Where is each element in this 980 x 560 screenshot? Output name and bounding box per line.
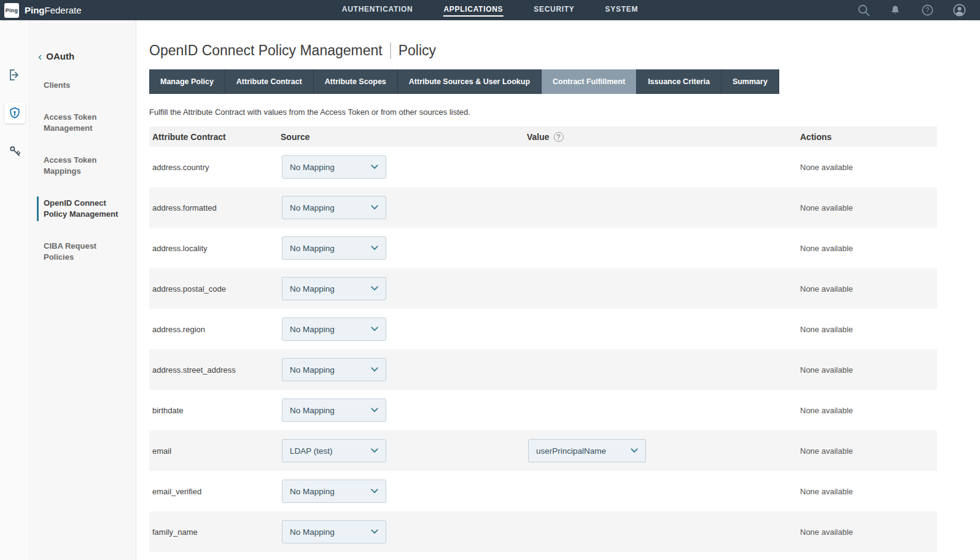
column-header-attribute-contract: Attribute Contract [149,132,281,142]
nav-authentication[interactable]: AUTHENTICATION [341,4,414,17]
oauth-icon[interactable] [4,103,25,123]
attribute-name: address.postal_code [149,284,281,294]
actions-text: None available [800,487,937,496]
actions-text: None available [800,406,937,415]
attribute-name: email_verified [149,487,281,496]
actions-text: None available [800,365,937,375]
table-row: address.postal_code No Mapping None avai… [149,268,937,309]
tab-attribute-scopes[interactable]: Attribute Scopes [314,69,398,94]
attribute-name: address.formatted [149,203,281,212]
attribute-name: address.locality [149,244,281,253]
sidebar-item-openid-connect-policy-management[interactable]: OpenID Connect Policy Management [37,196,136,221]
user-icon[interactable] [952,3,966,18]
sidebar-item-ciba-request-policies[interactable]: CIBA Request Policies [37,239,136,264]
chevron-down-icon [371,448,378,453]
chevron-down-icon [371,327,378,332]
search-icon[interactable] [856,3,871,18]
app-title: PingFederate [25,5,82,15]
source-dropdown-value: No Mapping [290,487,335,496]
column-header-actions: Actions [800,132,937,142]
tab-bar: Manage PolicyAttribute ContractAttribute… [149,69,937,94]
sidebar-section-header[interactable]: ‹ OAuth [38,51,136,61]
chevron-down-icon [371,165,378,169]
source-dropdown[interactable]: No Mapping [282,520,386,543]
sidebar: ‹ OAuth ClientsAccess Token ManagementAc… [29,20,136,560]
chevron-down-icon [371,367,378,372]
table-row: address.region No Mapping None available [149,309,937,349]
sidebar-item-access-token-mappings[interactable]: Access Token Mappings [37,154,136,178]
table-row: address.street_address No Mapping None a… [149,349,937,390]
page-title: OpenID Connect Policy Management Policy [149,42,937,59]
source-dropdown-value: LDAP (test) [290,446,333,456]
source-dropdown[interactable]: No Mapping [282,480,386,503]
source-dropdown[interactable]: No Mapping [282,317,386,341]
sidebar-item-access-token-management[interactable]: Access Token Management [37,111,136,135]
source-dropdown[interactable]: No Mapping [282,358,386,381]
actions-text: None available [800,284,937,294]
source-dropdown[interactable]: LDAP (test) [282,439,386,462]
source-dropdown-value: No Mapping [290,203,335,212]
bell-icon[interactable] [888,3,903,18]
grants-icon[interactable] [4,141,25,161]
top-nav: AUTHENTICATIONAPPLICATIONSSECURITYSYSTEM [341,0,639,20]
attribute-name: address.country [149,163,281,172]
tab-contract-fulfillment[interactable]: Contract Fulfillment [542,69,637,94]
tab-issuance-criteria[interactable]: Issuance Criteria [637,69,721,94]
nav-applications[interactable]: APPLICATIONS [443,4,504,17]
attribute-name: birthdate [149,406,281,415]
table-row: address.country No Mapping None availabl… [149,147,937,187]
source-dropdown[interactable]: No Mapping [282,155,386,179]
nav-security[interactable]: SECURITY [533,4,575,17]
actions-text: None available [800,527,937,537]
table-row: email_verified No Mapping None available [149,471,937,511]
source-dropdown[interactable]: No Mapping [282,277,386,300]
sidebar-section-title: OAuth [46,51,74,61]
table-body: address.country No Mapping None availabl… [149,147,937,552]
app-title-regular: Federate [45,5,82,15]
chevron-down-icon [371,489,378,494]
source-dropdown[interactable]: No Mapping [282,399,386,422]
source-dropdown-value: No Mapping [290,406,335,415]
sidebar-nav: ClientsAccess Token ManagementAccess Tok… [29,79,136,264]
main-content: OpenID Connect Policy Management Policy … [136,20,980,560]
page-title-main: OpenID Connect Policy Management [149,42,383,59]
tab-manage-policy[interactable]: Manage Policy [149,69,225,94]
value-dropdown-value: userPrincipalName [536,446,606,456]
source-dropdown-value: No Mapping [290,284,335,294]
attribute-name: family_name [149,527,281,537]
value-help-icon[interactable]: ? [554,132,564,142]
fulfillment-table: Attribute Contract Source Value ? Action… [149,126,937,552]
tab-summary[interactable]: Summary [721,69,779,94]
table-row: email LDAP (test) userPrincipalName None… [149,430,937,471]
column-header-value: Value ? [527,132,800,142]
source-dropdown-value: No Mapping [290,163,335,172]
chevron-left-icon: ‹ [38,52,42,61]
tab-attribute-sources-user-lookup[interactable]: Attribute Sources & User Lookup [398,69,542,94]
tab-attribute-contract[interactable]: Attribute Contract [225,69,314,94]
nav-system[interactable]: SYSTEM [605,4,639,17]
top-header: Ping PingFederate AUTHENTICATIONAPPLICAT… [0,0,980,20]
table-header-row: Attribute Contract Source Value ? Action… [149,126,937,147]
ping-logo: Ping [4,3,19,18]
chevron-down-icon [371,408,378,413]
source-dropdown[interactable]: No Mapping [282,236,386,260]
app-title-bold: Ping [25,5,45,15]
sidebar-item-clients[interactable]: Clients [37,79,136,92]
table-row: address.formatted No Mapping None availa… [149,187,937,228]
header-actions: ? [856,3,980,18]
value-dropdown[interactable]: userPrincipalName [528,439,646,462]
chevron-down-icon [371,529,378,534]
title-divider [390,42,391,59]
source-dropdown-value: No Mapping [290,244,335,253]
table-row: family_name No Mapping None available [149,511,937,552]
attribute-name: address.region [149,325,281,334]
chevron-down-icon [371,286,378,291]
source-dropdown[interactable]: No Mapping [282,196,386,219]
source-dropdown-value: No Mapping [290,325,335,334]
connections-icon[interactable] [4,64,25,85]
actions-text: None available [800,163,937,172]
app-shell: ‹ OAuth ClientsAccess Token ManagementAc… [0,20,980,560]
actions-text: None available [800,325,937,334]
actions-text: None available [800,244,937,253]
help-icon[interactable]: ? [920,3,935,18]
